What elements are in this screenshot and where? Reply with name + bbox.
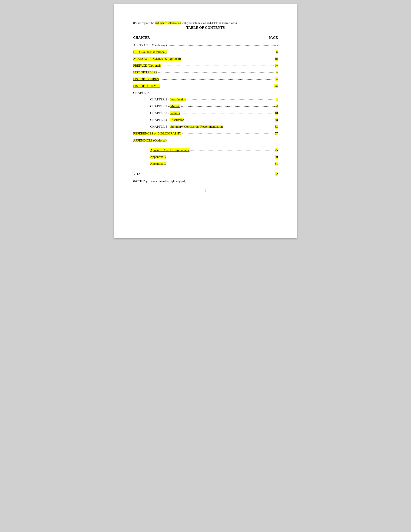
toc-preface: PREFACE (Optional) iv: [133, 64, 278, 68]
chapter-header: CHAPTER: [133, 36, 150, 39]
ch5-label: CHAPTER 5 – Summary, Conclusion, Recomme…: [150, 125, 223, 129]
ch5-page: 53: [275, 125, 278, 129]
ch1-title: Introduction: [170, 98, 186, 101]
page-number: ii: [205, 189, 206, 192]
ch2-label: CHAPTER 2 – Method: [150, 104, 180, 108]
ch3-page: 18: [275, 111, 278, 115]
appC-title: Appendix C: [150, 162, 166, 165]
chapters-section-label: CHAPTERS: [133, 91, 278, 95]
toc-ch1: CHAPTER 1 – Introduction 1: [133, 98, 278, 102]
vita-page: 82: [275, 172, 278, 176]
instruction-before: (Please replace the: [133, 21, 155, 24]
page-number-area: ii: [133, 189, 278, 193]
toc-references: REFERENCES or BIBLIOGRAPHY 57: [133, 132, 278, 135]
preface-dots: [162, 63, 274, 67]
ch2-page: 4: [276, 104, 278, 108]
references-dots: [182, 131, 274, 135]
vita-label: VITA: [133, 172, 141, 176]
instruction-highlighted: highlighted information: [155, 21, 181, 24]
dedication-dots: [168, 50, 275, 53]
toc-ch4: CHAPTER 4 – Discussion 38: [133, 118, 278, 122]
appendices-section: APPENDICES (Optional): [133, 139, 278, 145]
appC-page: 81: [275, 162, 278, 166]
lof-dots: [160, 77, 275, 81]
toc-acknowledgments: ACKNOWLEDGMENTS (Optional) iii: [133, 57, 278, 61]
los-page: vii: [274, 84, 278, 88]
appA-page: 75: [275, 148, 278, 152]
ch1-page: 1: [276, 98, 278, 101]
abstract-dots: [168, 43, 276, 47]
toc-header-row: CHAPTER PAGE: [133, 36, 278, 39]
appA-title: Appendix A – Correspondence: [150, 148, 189, 152]
appB-page: 80: [275, 155, 278, 159]
ch2-title: Method: [170, 104, 180, 108]
page: (Please replace the highlighted informat…: [114, 4, 297, 238]
ch4-dots: [185, 118, 274, 121]
lot-page: v: [276, 71, 278, 74]
toc-list-of-schemes: LIST OF SCHEMES vii: [133, 84, 278, 88]
ch3-dots: [181, 111, 274, 114]
note-line: (NOTE: Page numbers must be right-aligne…: [133, 179, 278, 183]
los-dots: [161, 84, 274, 87]
list-of-tables-label: LIST OF TABLES: [133, 71, 157, 74]
preface-label: PREFACE (Optional): [133, 64, 161, 67]
list-of-schemes-label: LIST OF SCHEMES: [133, 84, 160, 88]
toc-ch3: CHAPTER 3 – Results 18: [133, 111, 278, 115]
ch2-dots: [181, 104, 275, 108]
acknowledgments-dots: [182, 57, 274, 60]
ch5-title: Summary, Conclusion, Recommendation: [170, 125, 223, 128]
list-of-figures-label: LIST OF FIGURES: [133, 77, 159, 81]
toc-appC: Appendix C 81: [133, 162, 278, 166]
ch4-page: 38: [275, 118, 278, 122]
page-header: PAGE: [269, 36, 278, 39]
abstract-label: ABSTRACT (Mandatory): [133, 43, 167, 47]
ch5-dots: [224, 124, 274, 128]
appA-label: Appendix A – Correspondence: [150, 148, 189, 152]
vita-dots: [144, 172, 274, 175]
appC-dots: [167, 162, 274, 165]
appendices-label: APPENDICES (Optional): [133, 139, 167, 142]
references-page: 57: [275, 132, 278, 135]
dedication-page: ii: [276, 50, 278, 54]
preface-page: iv: [275, 64, 278, 67]
abstract-page: i: [277, 43, 278, 47]
appC-label: Appendix C: [150, 162, 166, 166]
instruction-after: with your information and delete all ins…: [181, 21, 237, 24]
appA-dots: [190, 148, 274, 152]
ch4-label: CHAPTER 4 – Discussion: [150, 118, 184, 122]
ch3-title: Results: [170, 111, 180, 115]
ch1-dots: [187, 97, 275, 101]
ch3-label: CHAPTER 3 – Results: [150, 111, 180, 115]
toc-appB: Appendix B 80: [133, 155, 278, 159]
acknowledgments-label: ACKNOWLEDGMENTS (Optional): [133, 57, 181, 61]
toc-list-of-figures: LIST OF FIGURES vi: [133, 77, 278, 81]
instruction-line: (Please replace the highlighted informat…: [133, 21, 278, 25]
acknowledgments-page: iii: [275, 57, 278, 61]
ch1-label: CHAPTER 1 – Introduction: [150, 98, 186, 101]
lot-dots: [158, 70, 275, 74]
toc-abstract: ABSTRACT (Mandatory) i: [133, 43, 278, 47]
references-label: REFERENCES or BIBLIOGRAPHY: [133, 132, 181, 135]
appB-label: Appendix B: [150, 155, 166, 159]
toc-ch5: CHAPTER 5 – Summary, Conclusion, Recomme…: [133, 125, 278, 129]
toc-list-of-tables: LIST OF TABLES v: [133, 71, 278, 75]
toc-vita: VITA 82: [133, 172, 278, 176]
appB-title: Appendix B: [150, 155, 166, 159]
toc-dedication: DEDICATION (Optional) ii: [133, 50, 278, 54]
lof-page: vi: [275, 77, 278, 81]
ch4-title: Discussion: [170, 118, 185, 122]
dedication-label: DEDICATION (Optional): [133, 50, 167, 54]
appB-dots: [167, 155, 274, 158]
toc-ch2: CHAPTER 2 – Method 4: [133, 104, 278, 108]
toc-appA: Appendix A – Correspondence 75: [133, 148, 278, 152]
page-title: TABLE OF CONTENTS: [133, 26, 278, 30]
